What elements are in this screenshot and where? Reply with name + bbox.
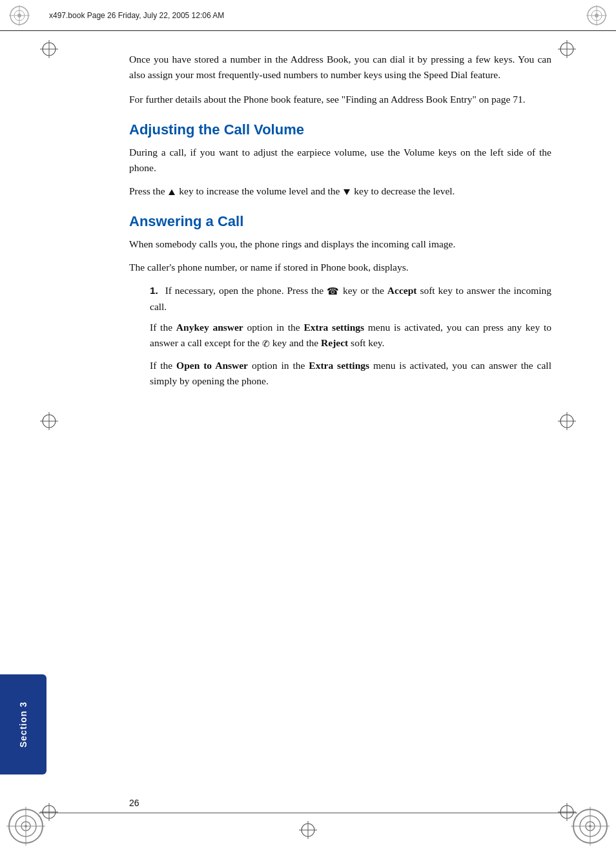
answer-para-1: When somebody calls you, the phone rings…: [129, 236, 551, 252]
section-heading-volume: Adjusting the Call Volume: [129, 121, 551, 138]
open-to-answer-label: Open to Answer: [176, 360, 248, 371]
footer-line: [39, 813, 577, 813]
phone-icon: ✆: [262, 339, 270, 349]
accept-label: Accept: [387, 285, 417, 296]
intro-paragraph-1: Once you have stored a number in the Add…: [129, 52, 551, 83]
section-heading-answer: Answering a Call: [129, 213, 551, 230]
crosshair-mid-left: [40, 412, 58, 430]
volume-para-2: Press the key to increase the volume lev…: [129, 183, 551, 199]
crosshair-footer-right: [558, 803, 576, 821]
section-tab: Section 3: [0, 674, 46, 774]
crosshair-top-right: [558, 40, 576, 58]
arrow-down-icon: [344, 189, 350, 195]
reg-mark-bottom-left: [6, 807, 45, 846]
arrow-up-icon: [169, 189, 175, 195]
list-sub-para-2: If the Open to Answer option in the Extr…: [150, 358, 551, 389]
reg-mark-header-right: [586, 5, 607, 26]
list-number-1: 1.: [150, 285, 165, 296]
volume-para-1: During a call, if you want to adjust the…: [129, 145, 551, 176]
extra-settings-label-2: Extra settings: [309, 360, 369, 371]
crosshair-mid-right: [558, 412, 576, 430]
answer-para-2: The caller's phone number, or name if st…: [129, 260, 551, 275]
content-area: Once you have stored a number in the Add…: [129, 52, 551, 774]
crosshair-footer-left: [40, 803, 58, 821]
page-number: 26: [129, 798, 139, 808]
list-sub-para-1: If the Anykey answer option in the Extra…: [150, 320, 551, 351]
header-bar: x497.book Page 26 Friday, July 22, 2005 …: [0, 0, 616, 31]
list-item-1: 1. If necessary, open the phone. Press t…: [150, 283, 551, 388]
reg-mark-bottom-right: [571, 807, 610, 846]
crosshair-bottom-center: [299, 821, 317, 839]
header-text: x497.book Page 26 Friday, July 22, 2005 …: [49, 11, 224, 20]
send-key-icon: ☎: [327, 286, 340, 296]
numbered-list: 1. If necessary, open the phone. Press t…: [150, 283, 551, 388]
extra-settings-label-1: Extra settings: [303, 322, 364, 333]
crosshair-top-left: [40, 40, 58, 58]
page: x497.book Page 26 Friday, July 22, 2005 …: [0, 0, 616, 852]
reg-mark-header-left: [9, 5, 30, 26]
section-tab-label: Section 3: [18, 701, 28, 747]
reject-label: Reject: [321, 337, 348, 348]
intro-paragraph-2: For further details about the Phone book…: [129, 92, 551, 107]
anykey-answer-label: Anykey answer: [176, 322, 243, 333]
